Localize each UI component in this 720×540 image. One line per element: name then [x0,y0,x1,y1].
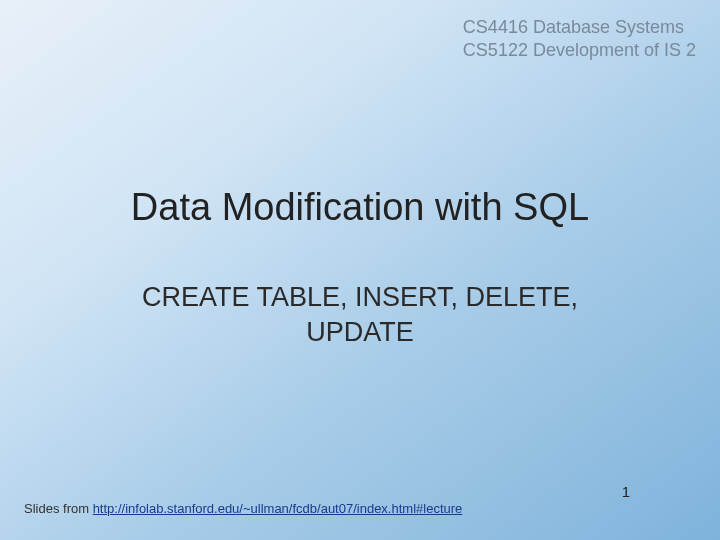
slide-title: Data Modification with SQL [0,186,720,229]
footer-credit: Slides from http://infolab.stanford.edu/… [24,501,462,516]
course-line-2: CS5122 Development of IS 2 [463,39,696,62]
subtitle-line-1: CREATE TABLE, INSERT, DELETE, [0,280,720,315]
course-info: CS4416 Database Systems CS5122 Developme… [463,16,696,63]
course-line-1: CS4416 Database Systems [463,16,696,39]
page-number: 1 [622,483,630,500]
credit-link[interactable]: http://infolab.stanford.edu/~ullman/fcdb… [93,501,463,516]
subtitle-line-2: UPDATE [0,315,720,350]
slide-subtitle: CREATE TABLE, INSERT, DELETE, UPDATE [0,280,720,350]
credit-prefix: Slides from [24,501,93,516]
